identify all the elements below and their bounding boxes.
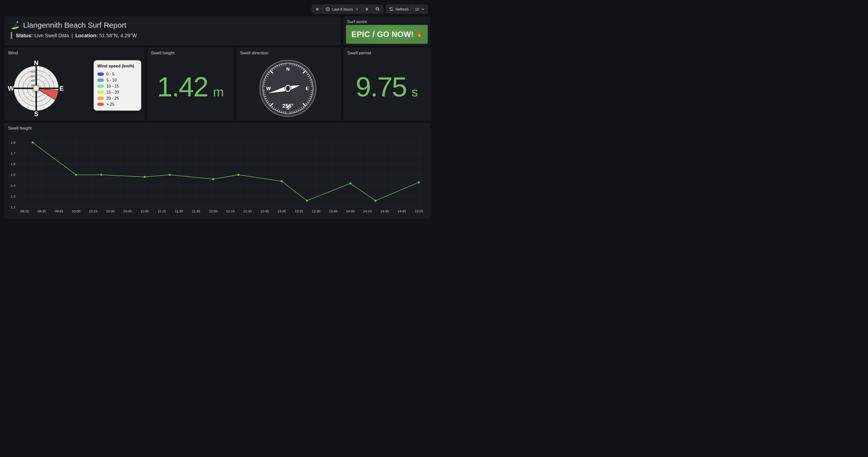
- surfer-emoji-icon: [11, 20, 20, 30]
- refresh-button[interactable]: Refresh: [386, 5, 412, 13]
- swell-height-series-title[interactable]: Swell height: [8, 126, 32, 131]
- svg-text:1.2: 1.2: [10, 205, 16, 209]
- svg-text:14:00: 14:00: [346, 209, 354, 213]
- surf-score-banner: EPIC / GO NOW!: [346, 25, 428, 44]
- legend-label: 15 - 20: [106, 90, 119, 95]
- swell-height-stat-title[interactable]: Swell height: [151, 51, 175, 56]
- svg-text:15:00: 15:00: [415, 209, 423, 213]
- svg-text:N: N: [34, 59, 38, 66]
- swell-direction-title[interactable]: Swell direction: [240, 51, 269, 56]
- svg-text:1.7: 1.7: [10, 151, 16, 155]
- svg-text:E: E: [306, 86, 309, 91]
- wind-legend-items: 0 - 55 - 1010 - 1515 - 2020 - 25> 25: [97, 71, 137, 108]
- svg-text:14:15: 14:15: [363, 209, 372, 213]
- svg-text:10:15: 10:15: [89, 209, 98, 213]
- svg-text:256°: 256°: [282, 103, 293, 109]
- swell-period-stat-title[interactable]: Swell period: [347, 51, 371, 56]
- svg-text:S: S: [34, 110, 38, 117]
- wind-legend-title: Wind speed (km/h): [97, 63, 137, 69]
- swell-height-stat-panel: Swell height 1.42 m: [147, 48, 234, 120]
- legend-label: 0 - 5: [106, 72, 115, 77]
- status-separator: |: [71, 33, 73, 38]
- dashboard-toolbar: Last 6 hours Refresh 1h: [312, 4, 428, 13]
- svg-text:12:00: 12:00: [209, 209, 217, 213]
- status-line: Status: Live Swell Data | Location: 51.5…: [11, 32, 340, 39]
- swell-height-unit: m: [213, 85, 224, 98]
- svg-text:11:15: 11:15: [158, 209, 166, 213]
- svg-text:14:45: 14:45: [398, 209, 406, 213]
- wind-panel-title[interactable]: Wind: [8, 51, 18, 56]
- svg-text:1.5: 1.5: [10, 173, 16, 177]
- refresh-sync-icon: [389, 7, 393, 11]
- refresh-interval-value: 1h: [415, 7, 419, 11]
- page-title-text: Llangennith Beach Surf Report: [23, 21, 126, 29]
- svg-text:13:30: 13:30: [312, 209, 320, 213]
- svg-text:10:45: 10:45: [123, 209, 132, 213]
- surf-score-panel-title[interactable]: Surf score: [347, 19, 367, 24]
- legend-label: > 25: [106, 102, 115, 107]
- svg-text:1.4: 1.4: [10, 184, 16, 188]
- time-shift-back-button[interactable]: [312, 5, 322, 13]
- compass-svg[interactable]: NESW256°: [237, 48, 341, 120]
- svg-text:12:45: 12:45: [260, 209, 269, 213]
- chevron-down-icon: [355, 7, 359, 11]
- swell-height-series-panel: Swell height 1.21.31.41.51.61.71.809:150…: [4, 123, 430, 218]
- svg-text:11:00: 11:00: [141, 209, 149, 213]
- time-shift-forward-button[interactable]: [362, 5, 372, 13]
- swell-period-value: 9.75: [355, 73, 406, 101]
- svg-text:09:45: 09:45: [55, 209, 63, 213]
- legend-swatch: [97, 73, 104, 76]
- legend-item[interactable]: 10 - 15: [97, 83, 137, 89]
- legend-item[interactable]: 15 - 20: [97, 89, 137, 95]
- swell-height-chart-svg[interactable]: 1.21.31.41.51.61.71.809:1509:3009:4510:0…: [7, 132, 428, 217]
- page-title: Llangennith Beach Surf Report: [11, 20, 340, 30]
- legend-item[interactable]: 5 - 10: [97, 77, 137, 83]
- svg-text:40%: 40%: [31, 80, 35, 82]
- svg-text:1.8: 1.8: [10, 141, 16, 144]
- legend-swatch: [97, 79, 104, 82]
- zoom-out-time-button[interactable]: [372, 5, 383, 13]
- wind-panel: Wind 20%40%60%80%NESW Wind speed (km/h) …: [4, 48, 145, 120]
- svg-text:N: N: [286, 66, 289, 72]
- svg-text:11:45: 11:45: [192, 209, 200, 213]
- svg-text:E: E: [60, 85, 64, 92]
- magnifier-minus-icon: [375, 7, 380, 11]
- svg-text:13:45: 13:45: [329, 209, 337, 213]
- legend-item[interactable]: 0 - 5: [97, 71, 137, 77]
- surf-score-value: EPIC / GO NOW!: [351, 30, 414, 39]
- time-range-picker[interactable]: Last 6 hours: [322, 5, 362, 13]
- grafana-dashboard: Last 6 hours Refresh 1h: [0, 0, 434, 229]
- svg-text:1.3: 1.3: [10, 195, 16, 198]
- swell-direction-panel: Swell direction NESW256°: [237, 48, 341, 120]
- legend-item[interactable]: 20 - 25: [97, 95, 137, 102]
- legend-item[interactable]: > 25: [97, 102, 137, 108]
- svg-text:60%: 60%: [31, 75, 35, 78]
- refresh-label: Refresh: [396, 7, 409, 11]
- chevron-down-icon: [422, 7, 425, 11]
- refresh-interval-dropdown[interactable]: 1h: [412, 5, 428, 13]
- swell-period-stat: 9.75 s: [344, 48, 430, 120]
- legend-swatch: [97, 85, 104, 88]
- svg-text:10:00: 10:00: [72, 209, 81, 213]
- svg-text:13:15: 13:15: [295, 209, 303, 213]
- svg-text:10:30: 10:30: [106, 209, 115, 213]
- swell-period-unit: s: [412, 85, 418, 98]
- chevrons-right-icon: [365, 7, 369, 11]
- clock-icon: [326, 7, 330, 11]
- time-range-label: Last 6 hours: [332, 7, 353, 11]
- legend-label: 20 - 25: [106, 96, 119, 101]
- swell-period-stat-panel: Swell period 9.75 s: [344, 48, 430, 120]
- status-value: Live Swell Data: [34, 33, 69, 38]
- swell-height-value: 1.42: [157, 73, 208, 101]
- chevrons-left-icon: [315, 7, 319, 11]
- legend-label: 10 - 15: [106, 84, 119, 89]
- legend-label: 5 - 10: [106, 78, 117, 83]
- legend-swatch: [97, 97, 104, 100]
- svg-text:W: W: [8, 85, 14, 92]
- surf-score-panel: Surf score EPIC / GO NOW!: [343, 17, 430, 45]
- time-range-controls: Last 6 hours: [312, 4, 383, 13]
- svg-text:09:30: 09:30: [37, 209, 46, 213]
- status-label: Status:: [16, 33, 33, 38]
- svg-text:12:30: 12:30: [243, 209, 252, 213]
- svg-text:1.6: 1.6: [10, 162, 16, 166]
